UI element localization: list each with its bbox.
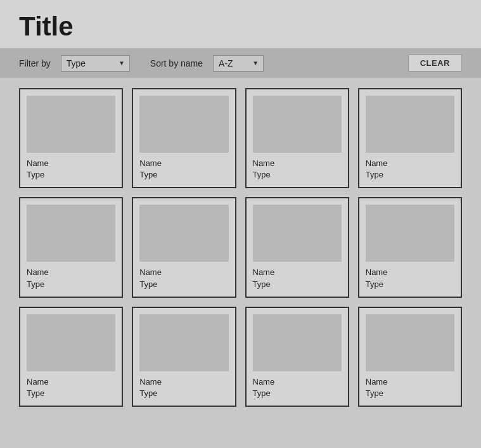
card-type: Type [366,169,454,181]
clear-button[interactable]: CLEAR [408,54,462,72]
card-name: Name [27,267,115,278]
card-image [139,205,228,262]
card-image [139,96,228,153]
sort-label: Sort by name [150,58,203,68]
card-image [366,96,454,153]
card-type: Type [27,169,115,181]
card-name: Name [366,376,454,388]
card-item[interactable]: NameType [245,197,349,297]
card-item[interactable]: NameType [19,307,123,407]
toolbar: Filter by Type All Category A Category B… [0,48,481,78]
card-image [366,205,454,262]
card-name: Name [253,267,342,278]
card-image [253,96,342,153]
card-type: Type [27,388,115,399]
card-name: Name [366,267,454,278]
card-item[interactable]: NameType [19,88,123,188]
card-name: Name [27,158,115,169]
card-name: Name [253,158,342,169]
card-name: Name [139,158,228,169]
card-item[interactable]: NameType [245,307,349,407]
card-item[interactable]: NameType [358,307,462,407]
card-name: Name [139,267,228,278]
card-name: Name [27,376,115,388]
card-item[interactable]: NameType [358,88,462,188]
card-name: Name [253,376,342,388]
card-image [253,314,342,371]
card-item[interactable]: NameType [358,197,462,297]
card-item[interactable]: NameType [19,197,123,297]
card-image [366,314,454,371]
card-grid: NameTypeNameTypeNameTypeNameTypeNameType… [19,88,462,407]
card-image [27,96,115,153]
card-name: Name [139,376,228,388]
card-type: Type [366,279,454,290]
card-item[interactable]: NameType [245,88,349,188]
card-type: Type [366,388,454,399]
card-image [139,314,228,371]
card-item[interactable]: NameType [132,197,236,297]
card-type: Type [139,388,228,399]
card-type: Type [139,279,228,290]
header: Title [0,0,481,48]
sort-select[interactable]: A-Z Z-A [213,55,264,72]
card-type: Type [27,279,115,290]
main-content: NameTypeNameTypeNameTypeNameTypeNameType… [0,78,481,417]
card-item[interactable]: NameType [132,88,236,188]
card-type: Type [253,388,342,399]
sort-select-wrapper: A-Z Z-A ▼ [213,55,264,72]
card-image [253,205,342,262]
card-image [27,205,115,262]
filter-select-wrapper: Type All Category A Category B ▼ [61,55,130,72]
page-title: Title [19,11,462,42]
card-type: Type [253,279,342,290]
card-item[interactable]: NameType [132,307,236,407]
card-type: Type [139,169,228,181]
filter-select[interactable]: Type All Category A Category B [61,55,130,72]
filter-label: Filter by [19,58,51,68]
card-type: Type [253,169,342,181]
card-image [27,314,115,371]
card-name: Name [366,158,454,169]
